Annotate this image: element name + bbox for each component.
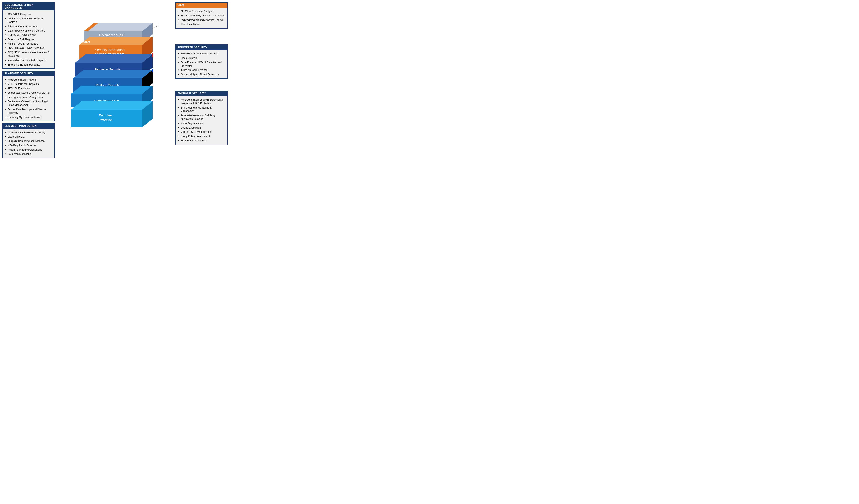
list-item: Recurring Phishing Campaigns [4, 148, 52, 152]
endpoint-header: ENDPOINT SECURITY [176, 91, 227, 96]
siem-header: SIEM [176, 2, 227, 7]
right-column: SIEM AI / ML & Behavioral AnalysisSuspic… [174, 2, 228, 158]
siem-card: SIEM AI / ML & Behavioral AnalysisSuspic… [175, 2, 228, 29]
list-item: Cisco Umbrella [4, 135, 52, 139]
governance-card: GOVERNANCE & RISK MANAGEMENT ISO 27002 C… [2, 2, 55, 69]
governance-body: ISO 27002 CompliantCenter for Internet S… [2, 11, 54, 68]
endpoint-card: ENDPOINT SECURITY Next Generation Endpoi… [175, 91, 228, 145]
list-item: MFA Required & Enforced [4, 143, 52, 148]
list-item: Threat Intelligence [178, 22, 225, 27]
governance-list: ISO 27002 CompliantCenter for Internet S… [4, 12, 52, 67]
list-item: Suspicious Activity Detection and Alerts [178, 14, 225, 18]
enduser-label2: Protection [99, 118, 112, 122]
list-item: Next Generation Firewalls [4, 78, 52, 82]
red-accent [152, 53, 153, 58]
platform-header: PLATFORM SECURITY [2, 71, 54, 76]
center-column: Governance & Risk Management Security In… [57, 2, 174, 158]
list-item: Information Security Audit Reports [4, 58, 52, 63]
platform-top [73, 70, 152, 78]
platform-list: Next Generation FirewallsMDR Platform fo… [4, 78, 52, 120]
list-item: SSAE 18 SOC 1 Type 2 Certified [4, 46, 52, 50]
endpoint-body: Next Generation Endpoint Detection & Res… [176, 96, 227, 145]
list-item: Secure Data Backups and Disaster Recover… [4, 107, 52, 115]
siem-top [79, 36, 152, 45]
list-item: In-line Malware Defense [178, 68, 225, 73]
list-item: Group Policy Enforcement [178, 134, 225, 139]
connector-siem [152, 25, 159, 29]
list-item: DDQ / IT Questionnaire Automation & Assi… [4, 50, 52, 58]
list-item: Privileged Account Management [4, 95, 52, 99]
endpoint-list: Next Generation Endpoint Detection & Res… [178, 98, 225, 143]
list-item: Enterprise Incident Response [4, 63, 52, 67]
perimeter-header: PERIMETER SECURITY [176, 45, 227, 50]
list-item: Advanced Spam Threat Protection [178, 73, 225, 77]
list-item: AI / ML & Behavioral Analysis [178, 9, 225, 14]
security-stack-diagram: Governance & Risk Management Security In… [71, 19, 159, 142]
list-item: 3 Annual Penetration Tests [4, 24, 52, 29]
siem-label1: Security Information [95, 48, 124, 52]
perimeter-list: Next Generation Firewall (NGFW)Cisco Umb… [178, 51, 225, 77]
main-container: GOVERNANCE & RISK MANAGEMENT ISO 27002 C… [2, 2, 228, 158]
siem-list: AI / ML & Behavioral AnalysisSuspicious … [178, 9, 225, 27]
blue-accent [152, 69, 153, 72]
enduser-label1: End User [99, 113, 112, 117]
list-item: Automated Asset and 3rd Party Applicatio… [178, 113, 225, 121]
list-item: Mobile Device Management [178, 130, 225, 134]
gov-label: Governance & Risk [99, 33, 125, 37]
list-item: Next Generation Endpoint Detection & Res… [178, 98, 225, 106]
list-item: Enterprise Risk Register [4, 37, 52, 42]
perimeter-body: Next Generation Firewall (NGFW)Cisco Umb… [176, 50, 227, 78]
list-item: Micro-Segmentation [178, 121, 225, 126]
list-item: AES 256 Encryption [4, 86, 52, 91]
list-item: NIST SP 800-53 Compliant [4, 42, 52, 46]
list-item: Brute Force Prevention [178, 139, 225, 143]
list-item: Endpoint Hardening and Defense [4, 139, 52, 143]
list-item: Device Encryption [178, 126, 225, 130]
platform-body: Next Generation FirewallsMDR Platform fo… [2, 76, 54, 121]
end-user-card: END USER PROTECTION Cybersecurity Awaren… [2, 123, 55, 158]
list-item: Next Generation Firewall (NGFW) [178, 51, 225, 56]
list-item: Brute Force and DDoS Detection and Preve… [178, 60, 225, 68]
perimeter-card: PERIMETER SECURITY Next Generation Firew… [175, 45, 228, 79]
list-item: Log Aggregation and Analytics Engine [178, 18, 225, 22]
governance-header: GOVERNANCE & RISK MANAGEMENT [2, 2, 54, 11]
list-item: Continuous Vulnerability Scanning & Patc… [4, 99, 52, 107]
endpoint-top [71, 85, 152, 94]
left-column: GOVERNANCE & RISK MANAGEMENT ISO 27002 C… [2, 2, 57, 158]
list-item: ISO 27002 Compliant [4, 12, 52, 16]
list-item: 24 x 7 Remote Monitoring & Management [178, 106, 225, 113]
list-item: Segregated Active Directory & VLANs [4, 91, 52, 95]
siem-small-label: SIEM [84, 40, 90, 43]
list-item: MDR Platform for Endpoints [4, 82, 52, 86]
end-user-header: END USER PROTECTION [2, 124, 54, 129]
list-item: Dark Web Monitoring [4, 152, 52, 156]
end-user-list: Cybersecurity Awareness TrainingCisco Um… [4, 130, 52, 156]
list-item: Center for Internet Security (CIS) Contr… [4, 16, 52, 25]
list-item: Operating Systems Hardening [4, 115, 52, 120]
list-item: Cybersecurity Awareness Training [4, 130, 52, 135]
list-item: Data Privacy Framework Certified [4, 29, 52, 33]
list-item: Cisco Umbrella [178, 56, 225, 60]
list-item: GDPR / CCPA Compliant [4, 33, 52, 37]
enduser-top [71, 101, 152, 110]
end-user-body: Cybersecurity Awareness TrainingCisco Um… [2, 129, 54, 158]
siem-body: AI / ML & Behavioral AnalysisSuspicious … [176, 7, 227, 28]
spacer-2 [175, 81, 228, 89]
spacer-1 [175, 30, 228, 43]
perimeter-top [75, 54, 152, 63]
platform-card: PLATFORM SECURITY Next Generation Firewa… [2, 70, 55, 122]
